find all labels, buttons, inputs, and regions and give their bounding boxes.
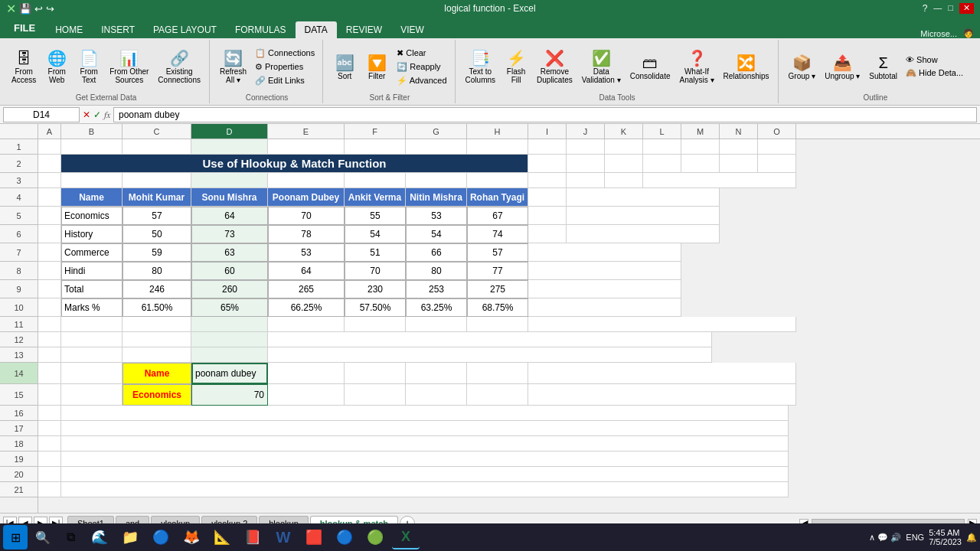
col-header-J[interactable]: J — [567, 124, 605, 139]
cell-K1[interactable] — [605, 139, 643, 155]
cell-C4[interactable]: Mohit Kumar — [122, 188, 191, 207]
misc-btn3[interactable]: 🔵 — [331, 525, 358, 549]
cell-B11[interactable] — [61, 317, 122, 332]
cell-name-label[interactable]: Name — [122, 363, 191, 384]
row-header-4[interactable]: 4 — [0, 188, 38, 207]
cancel-formula-icon[interactable]: ✕ — [83, 109, 90, 120]
cell-B14[interactable] — [61, 363, 122, 384]
cell-A3[interactable] — [38, 173, 61, 188]
cell-H14[interactable] — [467, 363, 528, 384]
cell-E7[interactable]: 53 — [268, 243, 345, 262]
data-validation-btn[interactable]: ✅DataValidation ▾ — [578, 47, 625, 86]
cell-A1[interactable] — [38, 139, 61, 155]
cell-M2[interactable] — [681, 155, 720, 173]
cell-C1[interactable] — [122, 139, 191, 155]
cell-D5[interactable]: 64 — [191, 207, 268, 225]
cell-B5[interactable]: Economics — [61, 207, 122, 225]
cell-G10[interactable]: 63.25% — [406, 298, 467, 317]
table-title-cell[interactable]: Use of Hlookup & Match Function — [61, 155, 528, 173]
help-icon[interactable]: ? — [923, 3, 928, 14]
cell-F8[interactable]: 70 — [345, 262, 406, 280]
chrome-btn[interactable]: 🔵 — [147, 525, 175, 549]
existing-connections-btn[interactable]: 🔗ExistingConnections — [154, 47, 204, 86]
cell-B7[interactable]: Commerce — [61, 243, 122, 262]
cell-A14[interactable] — [38, 363, 61, 384]
cell-B13[interactable] — [61, 347, 122, 363]
show-detail-btn[interactable]: 👁 Show — [903, 54, 966, 66]
cell-H7[interactable]: 57 — [467, 243, 528, 262]
cell-J3[interactable] — [567, 173, 605, 188]
col-header-N[interactable]: N — [720, 124, 758, 139]
row-header-1[interactable]: 1 — [0, 139, 38, 155]
cell-A6[interactable] — [38, 225, 61, 243]
cell-F15[interactable] — [345, 384, 406, 406]
connections-btn[interactable]: 📋 Connections — [252, 47, 318, 60]
task-view-btn[interactable]: ⧉ — [58, 525, 83, 549]
search-btn[interactable]: 🔍 — [31, 525, 55, 549]
cell-O1[interactable] — [758, 139, 796, 155]
cell-L2[interactable] — [643, 155, 681, 173]
cell-C12[interactable] — [122, 332, 191, 347]
cell-B6[interactable]: History — [61, 225, 122, 243]
row-header-18[interactable]: 18 — [0, 436, 38, 452]
properties-btn[interactable]: ⚙ Properties — [252, 60, 318, 73]
cell-C8[interactable]: 80 — [122, 262, 191, 280]
cell-D6[interactable]: 73 — [191, 225, 268, 243]
cell-I1[interactable] — [528, 139, 567, 155]
cell-EO13[interactable] — [268, 347, 712, 363]
col-header-H[interactable]: H — [467, 124, 528, 139]
cell-C7[interactable]: 59 — [122, 243, 191, 262]
row-header-20[interactable]: 20 — [0, 467, 38, 482]
cell-I3[interactable] — [528, 173, 567, 188]
cell-A13[interactable] — [38, 347, 61, 363]
cell-D12[interactable] — [191, 332, 268, 347]
cell-F9[interactable]: 230 — [345, 280, 406, 298]
col-header-M[interactable]: M — [681, 124, 720, 139]
cell-F3[interactable] — [345, 173, 406, 188]
cell-EO12[interactable] — [268, 332, 712, 347]
cell-A12[interactable] — [38, 332, 61, 347]
cell-E3[interactable] — [268, 173, 345, 188]
cell-O2[interactable] — [758, 155, 796, 173]
cell-A11[interactable] — [38, 317, 61, 332]
cell-A10[interactable] — [38, 298, 61, 317]
cell-M1[interactable] — [681, 139, 720, 155]
quick-save-icon[interactable]: 💾 — [19, 3, 31, 15]
relationships-btn[interactable]: 🔀Relationships — [720, 51, 773, 83]
cell-G11[interactable] — [406, 317, 467, 332]
cell-C6[interactable]: 50 — [122, 225, 191, 243]
cell-G3[interactable] — [406, 173, 467, 188]
row-header-13[interactable]: 13 — [0, 347, 38, 363]
cell-G8[interactable]: 80 — [406, 262, 467, 280]
cell-D9[interactable]: 260 — [191, 280, 268, 298]
ungroup-btn[interactable]: 📤Ungroup ▾ — [821, 51, 864, 83]
acrobat-btn[interactable]: 📕 — [239, 525, 266, 549]
row-header-19[interactable]: 19 — [0, 452, 38, 467]
refresh-all-btn[interactable]: 🔄RefreshAll ▾ — [216, 47, 250, 86]
cell-B12[interactable] — [61, 332, 122, 347]
cell-IO9[interactable] — [528, 280, 681, 298]
firefox-btn[interactable]: 🦊 — [178, 525, 205, 549]
cell-IO8[interactable] — [528, 262, 681, 280]
cell-K2[interactable] — [605, 155, 643, 173]
cell-E5[interactable]: 70 — [268, 207, 345, 225]
cell-N2[interactable] — [720, 155, 758, 173]
cell-A9[interactable] — [38, 280, 61, 298]
row-header-8[interactable]: 8 — [0, 262, 38, 280]
insert-function-icon[interactable]: 𝑓𝑥 — [104, 109, 110, 120]
subtotal-btn[interactable]: ΣSubtotal — [865, 51, 901, 83]
cell-A5[interactable] — [38, 207, 61, 225]
cell-J1[interactable] — [567, 139, 605, 155]
file-explorer-btn[interactable]: 📁 — [116, 525, 144, 549]
cell-D13[interactable] — [191, 347, 268, 363]
cell-B10[interactable]: Marks % — [61, 298, 122, 317]
row-header-2[interactable]: 2 — [0, 155, 38, 173]
cell-D15-value[interactable]: 70 — [191, 384, 268, 406]
cell-IO7[interactable] — [528, 243, 681, 262]
cell-IO11[interactable] — [528, 317, 796, 332]
text-to-columns-btn[interactable]: 📑Text toColumns — [462, 47, 499, 86]
cell-B9[interactable]: Total — [61, 280, 122, 298]
cell-A4[interactable] — [38, 188, 61, 207]
cell-I4[interactable] — [528, 188, 567, 207]
edge-btn[interactable]: 🌊 — [86, 525, 113, 549]
